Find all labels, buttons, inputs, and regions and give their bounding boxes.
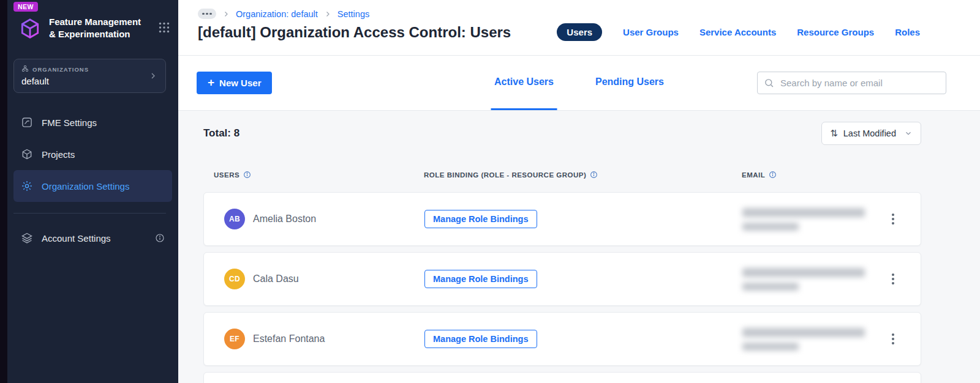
chevron-right-icon — [148, 71, 158, 81]
fme-settings-icon — [21, 116, 33, 128]
sidebar-item-organization-settings[interactable]: Organization Settings — [13, 170, 172, 202]
avatar: AB — [224, 209, 245, 229]
row-menu-kebab-icon[interactable] — [888, 210, 898, 228]
tab-user-groups[interactable]: User Groups — [623, 27, 679, 37]
layers-icon — [21, 232, 33, 244]
page-header: Organization: default Settings [default]… — [178, 0, 980, 56]
app-window: NEW Feature Management & Experimentation — [0, 0, 980, 383]
redacted-email — [737, 208, 865, 231]
main-panel: Organization: default Settings [default]… — [178, 0, 980, 383]
breadcrumb-settings-link[interactable]: Settings — [337, 9, 369, 19]
tab-users[interactable]: Users — [557, 23, 602, 41]
organizations-label: ORGANIZATIONS — [32, 66, 89, 73]
chevron-right-icon — [324, 10, 331, 18]
table-row: AB Amelia Boston Manage Role Bindings — [203, 192, 921, 246]
search-icon — [764, 78, 774, 88]
column-users: USERS — [214, 171, 239, 179]
sort-label: Last Modified — [843, 128, 896, 138]
chevron-down-icon — [904, 129, 913, 138]
sidebar-item-label: Account Settings — [42, 233, 111, 244]
new-badge: NEW — [13, 2, 38, 12]
column-email: EMAIL — [742, 171, 765, 179]
tab-roles[interactable]: Roles — [895, 27, 920, 37]
toolbar: + New User Active Users Pending Users — [178, 56, 980, 111]
product-title: Feature Management & Experimentation — [49, 16, 142, 40]
tab-active-users[interactable]: Active Users — [491, 56, 557, 110]
column-role-binding: ROLE BINDING (ROLE - RESOURCE GROUP) — [424, 171, 586, 179]
sidebar-item-fme-settings[interactable]: FME Settings — [13, 106, 172, 138]
sort-arrows-icon: ⇅ — [830, 128, 838, 139]
total-count: Total: 8 — [203, 127, 239, 139]
row-menu-kebab-icon[interactable] — [888, 330, 898, 348]
redacted-email — [737, 268, 865, 291]
manage-role-bindings-button[interactable]: Manage Role Bindings — [424, 210, 537, 228]
users-content: Total: 8 ⇅ Last Modified USERS — [178, 111, 980, 383]
user-state-tabs: Active Users Pending Users — [491, 56, 668, 110]
info-icon[interactable] — [769, 171, 777, 179]
table-row: EF Estefan Fontana Manage Role Bindings — [203, 312, 921, 366]
redacted-email — [737, 328, 865, 351]
sidebar-item-account-settings[interactable]: Account Settings — [13, 222, 172, 254]
total-row: Total: 8 ⇅ Last Modified — [203, 122, 921, 145]
manage-role-bindings-button[interactable]: Manage Role Bindings — [424, 330, 537, 348]
page-title: [default] Organization Access Control: U… — [198, 24, 511, 41]
avatar: EF — [224, 329, 245, 349]
breadcrumb-ellipsis-button[interactable] — [198, 9, 216, 19]
new-user-button[interactable]: + New User — [197, 72, 272, 94]
table-row-partial — [203, 372, 921, 383]
sidebar-nav: FME Settings Projects Organization Setti… — [7, 106, 178, 202]
organization-icon — [21, 65, 29, 73]
sidebar-item-label: FME Settings — [42, 117, 97, 128]
tab-resource-groups[interactable]: Resource Groups — [797, 27, 874, 37]
avatar: CD — [224, 269, 245, 289]
user-name: Amelia Boston — [253, 214, 316, 225]
table-row: CD Cala Dasu Manage Role Bindings — [203, 252, 921, 306]
access-control-tabs: Users User Groups Service Accounts Resou… — [557, 23, 920, 41]
row-menu-kebab-icon[interactable] — [888, 270, 898, 288]
organization-value: default — [21, 76, 89, 86]
manage-role-bindings-button[interactable]: Manage Role Bindings — [424, 270, 537, 288]
breadcrumb: Organization: default Settings — [198, 9, 511, 19]
breadcrumb-organization-link[interactable]: Organization: default — [236, 9, 318, 19]
fme-logo-icon — [18, 17, 42, 40]
sidebar-item-label: Projects — [42, 149, 75, 160]
table-header: USERS ROLE BINDING (ROLE - RESOURCE GROU… — [203, 171, 921, 179]
info-icon[interactable] — [155, 233, 165, 243]
projects-icon — [21, 148, 33, 160]
sidebar-item-label: Organization Settings — [42, 181, 129, 192]
info-icon[interactable] — [243, 171, 251, 179]
tab-service-accounts[interactable]: Service Accounts — [699, 27, 776, 37]
sidebar-divider — [13, 213, 166, 214]
window-edge — [0, 0, 7, 383]
sort-button[interactable]: ⇅ Last Modified — [821, 122, 921, 145]
organization-selector[interactable]: ORGANIZATIONS default — [13, 59, 166, 93]
tab-pending-users[interactable]: Pending Users — [592, 56, 668, 110]
chevron-right-icon — [222, 10, 230, 18]
users-table: AB Amelia Boston Manage Role Bindings — [203, 192, 921, 383]
gear-icon — [21, 180, 33, 192]
plus-icon: + — [208, 76, 214, 89]
search-box[interactable] — [757, 72, 946, 94]
sidebar: NEW Feature Management & Experimentation — [7, 0, 178, 383]
search-input[interactable] — [779, 77, 940, 89]
user-name: Cala Dasu — [253, 273, 299, 284]
apps-grid-icon[interactable] — [159, 22, 170, 35]
user-name: Estefan Fontana — [253, 333, 325, 344]
sidebar-item-projects[interactable]: Projects — [13, 138, 172, 170]
info-icon[interactable] — [590, 171, 598, 179]
